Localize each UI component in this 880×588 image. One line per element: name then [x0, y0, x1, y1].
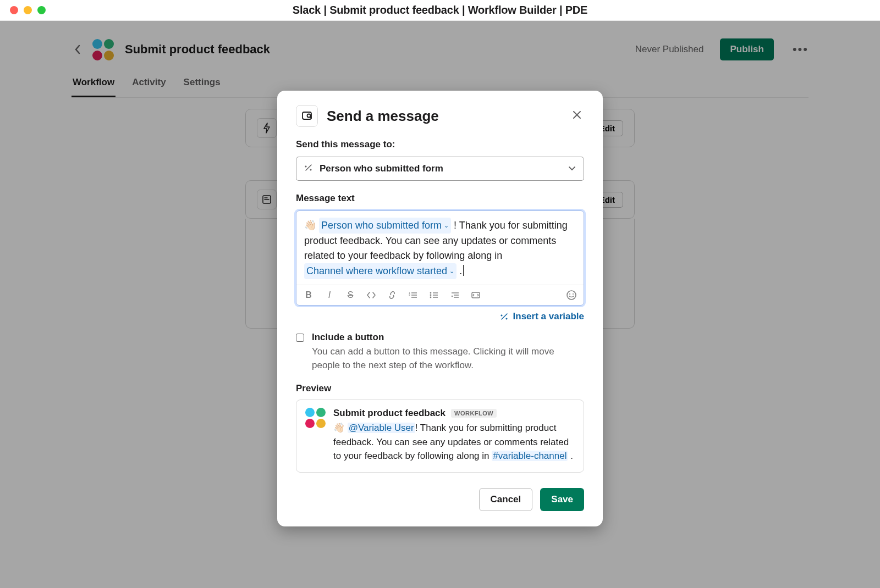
insert-variable-link[interactable]: Insert a variable	[296, 311, 584, 322]
message-text-label: Message text	[296, 193, 584, 204]
send-to-label: Send this message to:	[296, 139, 584, 150]
preview-label: Preview	[296, 383, 584, 394]
save-button[interactable]: Save	[540, 488, 584, 511]
svg-point-7	[430, 297, 432, 298]
preview-channel: #variable-channel	[492, 451, 568, 461]
window-title: Slack | Submit product feedback | Workfl…	[293, 4, 587, 16]
window-controls	[10, 6, 46, 14]
link-icon[interactable]	[387, 290, 398, 301]
chevron-down-icon: ⌄	[444, 221, 449, 230]
send-to-select[interactable]: Person who submitted form	[296, 157, 584, 181]
send-to-value: Person who submitted form	[320, 163, 443, 174]
preview-body: 👋🏻 @Variable User! Thank you for submitt…	[333, 421, 575, 463]
code-block-icon[interactable]	[470, 290, 481, 301]
preview-app-icon	[305, 408, 326, 463]
preview-app-name: Submit product feedback	[333, 408, 446, 419]
editor-toolbar: B I S 12	[296, 285, 584, 305]
message-editor[interactable]: 👋🏻 Person who submitted form⌄ ! Thank yo…	[296, 210, 584, 306]
message-segment-2: .	[457, 265, 462, 276]
modal-title: Send a message	[327, 108, 439, 125]
send-message-modal: Send a message Send this message to: Per…	[277, 91, 603, 526]
svg-point-6	[430, 295, 432, 296]
variable-chip-person[interactable]: Person who submitted form⌄	[319, 218, 451, 234]
code-icon[interactable]	[366, 290, 377, 301]
include-button-checkbox[interactable]	[296, 334, 304, 342]
preview-box: Submit product feedback WORKFLOW 👋🏻 @Var…	[296, 400, 584, 473]
italic-icon[interactable]: I	[324, 290, 335, 301]
message-editor-content[interactable]: 👋🏻 Person who submitted form⌄ ! Thank yo…	[296, 211, 584, 285]
minimize-window-icon[interactable]	[24, 6, 32, 14]
indent-list-icon[interactable]	[449, 290, 460, 301]
workflow-badge: WORKFLOW	[451, 409, 497, 418]
svg-point-5	[430, 292, 432, 294]
chevron-down-icon: ⌄	[449, 267, 454, 276]
svg-point-12	[573, 293, 574, 295]
maximize-window-icon[interactable]	[37, 6, 46, 14]
message-step-icon	[296, 105, 318, 127]
include-button-label: Include a button	[312, 332, 584, 343]
emoji-picker-icon[interactable]	[566, 290, 577, 301]
include-button-description: You can add a button to this message. Cl…	[312, 345, 584, 372]
strikethrough-icon[interactable]: S	[345, 290, 356, 301]
close-window-icon[interactable]	[10, 6, 18, 14]
svg-text:2: 2	[409, 293, 410, 297]
variable-icon	[304, 163, 313, 174]
wave-emoji: 👋🏻	[333, 423, 345, 433]
titlebar: Slack | Submit product feedback | Workfl…	[0, 0, 880, 21]
svg-point-10	[567, 291, 576, 299]
preview-mention: @Variable User	[348, 423, 415, 433]
bulleted-list-icon[interactable]	[428, 290, 439, 301]
text-cursor	[463, 265, 464, 276]
ordered-list-icon[interactable]: 12	[408, 290, 419, 301]
chevron-down-icon	[568, 164, 576, 174]
bold-icon[interactable]: B	[303, 290, 314, 301]
variable-chip-channel[interactable]: Channel where workflow started⌄	[304, 263, 457, 279]
cancel-button[interactable]: Cancel	[479, 488, 533, 511]
wave-emoji: 👋🏻	[304, 220, 316, 231]
close-icon[interactable]	[570, 108, 584, 124]
svg-point-11	[569, 293, 570, 295]
svg-point-8	[452, 296, 453, 297]
